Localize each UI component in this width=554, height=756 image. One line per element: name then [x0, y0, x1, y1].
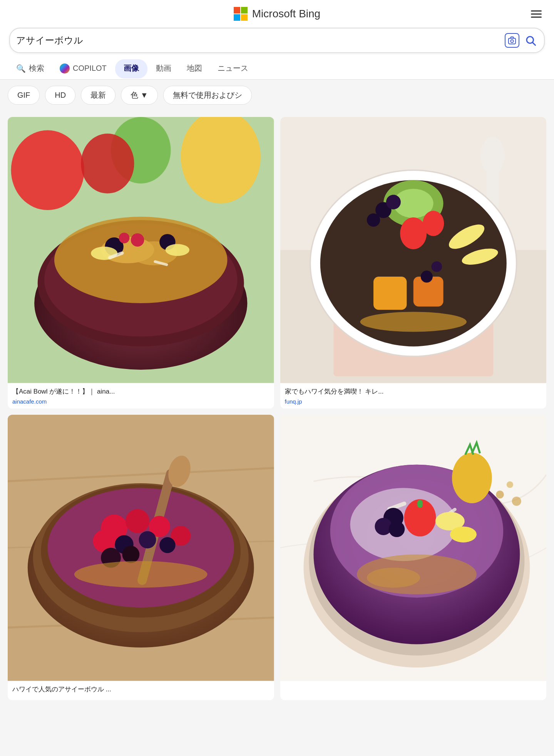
- svg-point-84: [367, 568, 420, 588]
- search-button[interactable]: [523, 33, 538, 48]
- header-top: Microsoft Bing: [9, 7, 545, 21]
- filter-bar: GIF HD 最新 色 ▼ 無料で使用およびシ: [0, 80, 554, 111]
- svg-point-18: [119, 233, 130, 244]
- svg-rect-39: [373, 277, 407, 310]
- image-grid: 【Acai Bowl が遂に！！】｜ aina... ainacafe.com: [0, 111, 554, 706]
- svg-point-65: [74, 561, 208, 588]
- tab-maps[interactable]: 地図: [180, 58, 209, 79]
- brand-name: Microsoft Bing: [252, 8, 320, 20]
- hamburger-button[interactable]: [528, 7, 545, 21]
- image-source-4: [280, 686, 547, 691]
- filter-free[interactable]: 無料で使用およびシ: [163, 86, 252, 105]
- search-bar-wrapper: [9, 28, 545, 53]
- image-caption-4: [280, 681, 547, 686]
- tab-news-label: ニュース: [218, 63, 248, 73]
- tab-maps-label: 地図: [187, 63, 202, 73]
- image-source-2: funq.jp: [280, 397, 547, 409]
- tab-images[interactable]: 画像: [115, 59, 147, 78]
- tab-videos[interactable]: 動画: [149, 58, 178, 79]
- image-thumb-4: [280, 415, 547, 681]
- filter-hd[interactable]: HD: [45, 86, 75, 105]
- svg-point-56: [126, 509, 149, 533]
- tab-news[interactable]: ニュース: [211, 58, 255, 79]
- svg-line-3: [533, 43, 536, 45]
- hamburger-line-3: [531, 17, 542, 18]
- filter-newest[interactable]: 最新: [81, 86, 115, 105]
- filter-color-label: 色 ▼: [131, 90, 148, 100]
- filter-free-label: 無料で使用およびシ: [173, 90, 242, 100]
- svg-point-20: [166, 244, 189, 256]
- image-caption-3: ハワイで人気のアサイーボウル ...: [8, 681, 274, 696]
- svg-point-42: [420, 270, 432, 282]
- search-input[interactable]: [16, 35, 501, 46]
- image-thumb-1: [8, 117, 274, 383]
- svg-rect-0: [509, 38, 516, 44]
- tab-search[interactable]: 🔍 検索: [9, 58, 51, 79]
- svg-point-52: [48, 488, 234, 607]
- image-source-1: ainacafe.com: [8, 397, 274, 409]
- tab-copilot-label: COPILOT: [73, 64, 107, 73]
- svg-point-87: [506, 481, 513, 488]
- image-caption-2: 家でもハワイ気分を満喫！ キレ...: [280, 383, 547, 398]
- logo-cell-red: [234, 7, 240, 13]
- svg-point-86: [496, 491, 504, 499]
- tab-videos-label: 動画: [156, 63, 171, 73]
- tab-images-label: 画像: [124, 63, 139, 73]
- logo-cell-yellow: [241, 14, 248, 21]
- search-tab-icon: 🔍: [16, 64, 26, 73]
- filter-gif-label: GIF: [17, 91, 30, 100]
- tab-copilot[interactable]: COPILOT: [53, 59, 114, 79]
- svg-point-35: [400, 217, 427, 249]
- svg-point-62: [159, 537, 175, 553]
- svg-point-82: [450, 527, 476, 542]
- image-caption-1: 【Acai Bowl が遂に！！】｜ aina...: [8, 383, 274, 398]
- logo-area: Microsoft Bing: [234, 7, 320, 21]
- svg-point-33: [386, 195, 400, 209]
- image-card-1[interactable]: 【Acai Bowl が遂に！！】｜ aina... ainacafe.com: [8, 117, 274, 409]
- image-card-3[interactable]: ハワイで人気のアサイーボウル ...: [8, 415, 274, 700]
- svg-point-41: [360, 312, 467, 332]
- filter-color[interactable]: 色 ▼: [121, 86, 157, 105]
- tab-search-label: 検索: [29, 63, 44, 73]
- svg-point-43: [431, 261, 442, 272]
- copilot-icon: [60, 63, 70, 73]
- visual-search-button[interactable]: [505, 33, 519, 48]
- svg-point-61: [139, 531, 156, 549]
- svg-point-27: [480, 137, 504, 174]
- svg-point-88: [512, 497, 521, 506]
- logo-cell-green: [241, 7, 248, 13]
- filter-hd-label: HD: [55, 91, 66, 100]
- svg-point-85: [452, 453, 492, 503]
- svg-point-1: [510, 40, 513, 42]
- filter-newest-label: 最新: [90, 90, 106, 100]
- header: Microsoft Bing: [0, 0, 554, 80]
- svg-point-5: [11, 130, 84, 210]
- hamburger-line-1: [531, 10, 542, 12]
- nav-tabs: 🔍 検索 COPILOT 画像 動画 地図 ニュース: [9, 58, 545, 79]
- svg-point-17: [131, 234, 144, 247]
- logo-cell-blue: [234, 14, 240, 21]
- filter-gif[interactable]: GIF: [8, 86, 40, 105]
- image-thumb-2: [280, 117, 547, 383]
- microsoft-logo: [234, 7, 248, 21]
- svg-point-80: [388, 521, 404, 537]
- svg-point-34: [367, 214, 380, 227]
- svg-rect-77: [417, 500, 423, 508]
- image-thumb-3: [8, 415, 274, 681]
- image-card-4[interactable]: [280, 415, 547, 700]
- svg-point-64: [122, 546, 139, 563]
- hamburger-line-2: [531, 13, 542, 15]
- svg-point-36: [422, 211, 444, 236]
- image-card-2[interactable]: 家でもハワイ気分を満喫！ キレ... funq.jp: [280, 117, 547, 409]
- search-bar: [9, 28, 545, 53]
- image-source-3: [8, 696, 274, 700]
- svg-point-8: [81, 134, 134, 194]
